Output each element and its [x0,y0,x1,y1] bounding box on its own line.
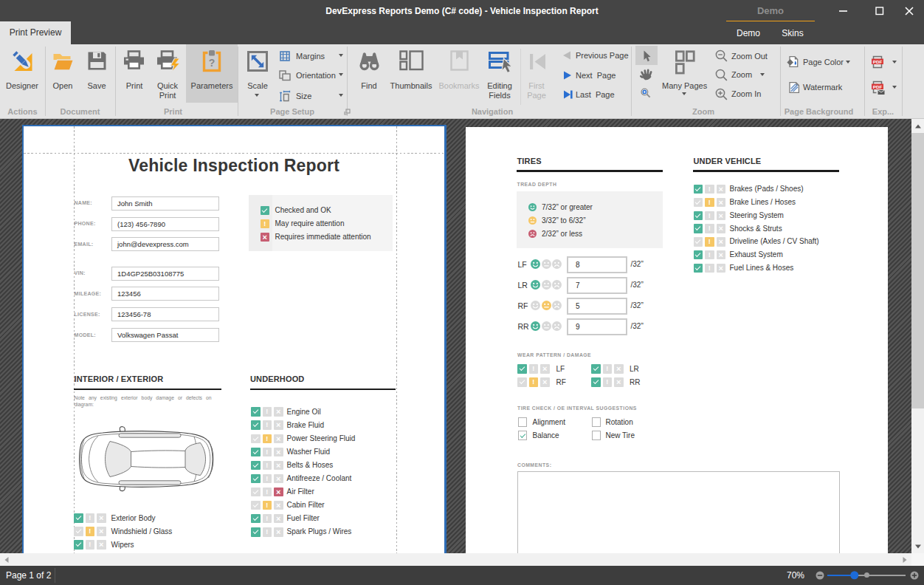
svg-text:?: ? [209,57,216,69]
svg-text:PDF: PDF [873,59,883,64]
svg-text:PDF: PDF [873,84,883,89]
